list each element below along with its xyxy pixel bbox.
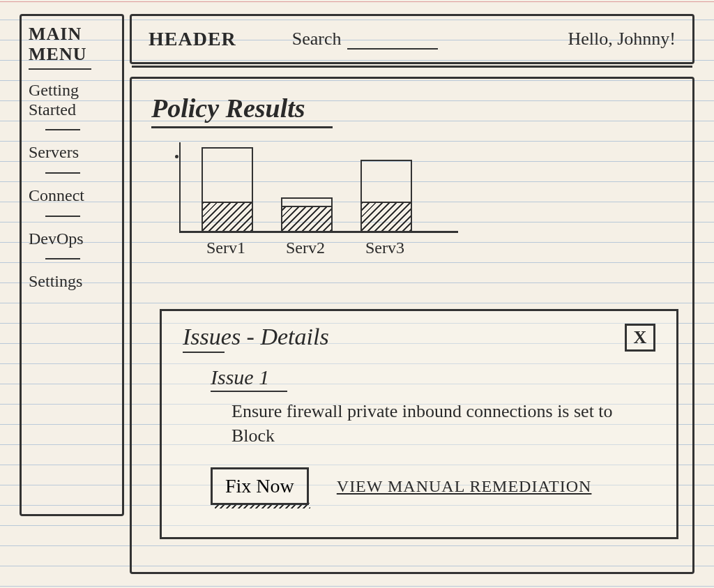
- chart-label: Serv3: [359, 239, 411, 257]
- search-input[interactable]: [347, 32, 438, 50]
- chart-label: Serv2: [280, 239, 331, 257]
- page-title: Policy Results: [151, 93, 673, 123]
- chart-label: Serv1: [200, 239, 252, 257]
- sidebar-item-servers[interactable]: Servers: [29, 143, 115, 163]
- divider: [45, 216, 80, 217]
- divider: [45, 129, 80, 130]
- header: HEADER Search Hello, Johnny!: [130, 14, 694, 64]
- sidebar-item-devops[interactable]: DevOps: [29, 229, 115, 249]
- sidebar-item-connect[interactable]: Connect: [29, 186, 115, 206]
- chart-bar-serv2[interactable]: [281, 197, 333, 231]
- user-greeting: Hello, Johnny!: [568, 29, 676, 50]
- sidebar: MAIN MENU Getting Started Servers Connec…: [20, 14, 124, 516]
- divider: [211, 391, 287, 392]
- divider: [45, 258, 80, 259]
- axis-mark: [175, 155, 178, 158]
- sidebar-item-settings[interactable]: Settings: [29, 272, 115, 292]
- issue-description: Ensure firewall private inbound connecti…: [231, 399, 655, 448]
- divider: [151, 126, 333, 128]
- chart-bar-fill: [362, 202, 411, 231]
- sidebar-title-line2: MENU: [29, 45, 115, 65]
- issues-panel-title: Issues - Details: [183, 324, 329, 350]
- chart-bar-serv3[interactable]: [360, 160, 412, 231]
- chart-bar-fill: [282, 206, 331, 231]
- view-manual-remediation-link[interactable]: VIEW MANUAL REMEDIATION: [337, 477, 592, 496]
- sidebar-title: MAIN MENU: [29, 24, 115, 64]
- search: Search: [292, 29, 438, 50]
- close-icon: X: [634, 327, 647, 348]
- chart-x-labels: Serv1 Serv2 Serv3: [200, 239, 673, 257]
- issue-name: Issue 1: [211, 365, 655, 389]
- divider: [183, 352, 225, 353]
- policy-chart: [179, 142, 458, 233]
- divider: [45, 172, 80, 174]
- close-button[interactable]: X: [625, 324, 655, 352]
- divider: [29, 68, 91, 70]
- issues-panel: Issues - Details X Issue 1 Ensure firewa…: [160, 309, 678, 539]
- fix-now-button[interactable]: Fix Now: [211, 467, 309, 505]
- chart-bar-serv1[interactable]: [202, 147, 253, 231]
- divider: [132, 66, 692, 68]
- sidebar-title-line1: MAIN: [29, 24, 115, 45]
- chart-bar-fill: [203, 202, 252, 231]
- search-label: Search: [292, 29, 342, 50]
- main-content: Policy Results Serv1 Serv2 Serv3 Issues …: [130, 77, 694, 574]
- sidebar-item-getting-started[interactable]: Getting Started: [29, 81, 115, 119]
- header-title: HEADER: [149, 28, 236, 50]
